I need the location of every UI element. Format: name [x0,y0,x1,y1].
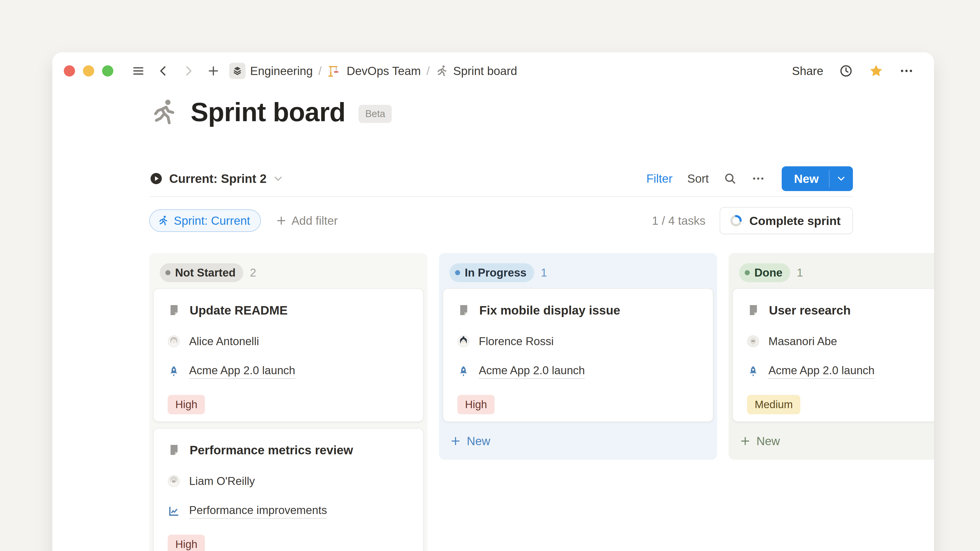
page-icon [747,304,760,317]
assignee-name: Florence Rossi [479,335,554,348]
new-task-button-label[interactable]: New [782,166,829,191]
view-selector[interactable]: Current: Sprint 2 [149,171,284,186]
close-window-button[interactable] [64,65,75,76]
topbar-actions: Share [792,64,914,78]
back-button[interactable] [157,64,170,78]
sprint-filter-chip[interactable]: Sprint: Current [149,210,261,232]
top-bar: Engineering / DevOps Team / Sprint board… [52,52,934,89]
breadcrumb-item-engineering[interactable]: Engineering [229,63,313,79]
column-in-progress: In Progress 1 Fix mobile display issue F… [439,253,717,460]
assignee-row: Florence Rossi [457,330,703,353]
relation-link[interactable]: Acme App 2.0 launch [189,364,295,379]
complete-sprint-label: Complete sprint [749,214,841,228]
status-pill-in-progress[interactable]: In Progress [449,263,534,282]
column-header: In Progress 1 [443,257,713,288]
page-title[interactable]: Sprint board [191,97,345,127]
task-card[interactable]: Fix mobile display issue Florence Rossi … [443,288,713,422]
plus-icon [740,435,751,447]
status-dot [745,270,750,275]
filter-button[interactable]: Filter [646,171,673,186]
task-card[interactable]: Update README Alice Antonelli Acme App 2… [153,288,424,422]
relation-link[interactable]: Performance improvements [189,504,327,519]
favorite-star-icon[interactable] [869,64,883,78]
search-icon[interactable] [724,172,737,185]
avatar [168,475,180,487]
priority-row: Medium [747,395,934,414]
relation-row: Acme App 2.0 launch [457,360,703,383]
share-button[interactable]: Share [792,64,823,78]
zoom-window-button[interactable] [102,65,113,76]
card-title: Performance metrics review [189,443,353,457]
rocket-icon [168,365,180,378]
complete-sprint-button[interactable]: Complete sprint [720,207,853,234]
stack-icon [229,63,245,79]
priority-tag: High [457,395,495,414]
task-card[interactable]: Performance metrics review Liam O'Reilly… [153,428,424,551]
chevron-down-icon [272,173,284,184]
view-actions: Filter Sort New [646,166,853,191]
column-count: 2 [250,266,256,279]
column-count: 1 [797,266,803,279]
beta-badge: Beta [359,105,392,123]
add-filter-button[interactable]: Add filter [275,214,338,227]
avatar [457,335,469,348]
card-list: Update README Alice Antonelli Acme App 2… [153,288,424,551]
new-task-button[interactable]: New [782,166,853,191]
more-options-icon[interactable] [899,64,914,78]
new-page-button[interactable] [207,64,220,78]
view-selector-label: Current: Sprint 2 [169,171,266,186]
window-controls [64,65,113,76]
crane-icon [327,64,342,78]
status-dot [165,270,170,275]
assignee-row: Liam O'Reilly [168,470,413,492]
avatar [747,335,759,348]
updates-clock-icon[interactable] [839,64,853,78]
column-header: Done 1 [732,257,934,288]
status-pill-done[interactable]: Done [739,263,790,282]
runner-icon [158,215,169,227]
card-title: Update README [189,303,288,318]
page-icon [168,304,180,317]
breadcrumb-item-sprint-board[interactable]: Sprint board [435,64,517,78]
priority-tag: Medium [747,395,800,414]
card-title: Fix mobile display issue [479,303,620,318]
breadcrumb: Engineering / DevOps Team / Sprint board [229,63,517,79]
column-count: 1 [541,266,547,279]
relation-link[interactable]: Acme App 2.0 launch [768,364,875,379]
card-list: Fix mobile display issue Florence Rossi … [443,288,713,422]
card-title-row: Fix mobile display issue [457,299,703,321]
add-card-button[interactable]: New [443,429,713,453]
assignee-name: Masanori Abe [768,335,837,348]
app-window: Engineering / DevOps Team / Sprint board… [52,52,934,551]
plus-icon [275,215,287,226]
priority-row: High [457,395,703,414]
assignee-name: Liam O'Reilly [189,475,255,487]
sprint-filter-label: Sprint: Current [174,214,250,227]
add-filter-label: Add filter [291,214,338,227]
relation-row: Acme App 2.0 launch [168,360,413,383]
runner-icon[interactable] [149,97,180,127]
nav-controls [132,64,220,78]
new-task-dropdown[interactable] [829,166,853,191]
priority-tag: High [168,535,205,551]
kanban-board: Not Started 2 Update README Alice Antone… [149,253,934,551]
plus-icon [450,435,461,447]
breadcrumb-separator: / [318,64,322,78]
minimize-window-button[interactable] [83,65,94,76]
status-pill-not-started[interactable]: Not Started [160,263,243,282]
card-title-row: Update README [168,299,413,321]
filter-bar: Sprint: Current Add filter 1 / 4 tasks C… [149,202,853,240]
forward-button[interactable] [182,64,195,78]
add-card-button[interactable]: New [732,429,934,453]
breadcrumb-label: Sprint board [453,64,517,78]
card-title-row: Performance metrics review [168,439,413,461]
sidebar-menu-button[interactable] [132,64,145,78]
page-icon [168,444,180,456]
view-more-options-icon[interactable] [752,172,765,185]
status-label: In Progress [465,266,527,279]
breadcrumb-item-devops-team[interactable]: DevOps Team [327,64,421,78]
rocket-icon [747,365,759,378]
task-card[interactable]: User research Masanori Abe Acme App 2.0 … [732,288,934,422]
relation-link[interactable]: Acme App 2.0 launch [479,364,585,379]
sort-button[interactable]: Sort [687,171,709,186]
